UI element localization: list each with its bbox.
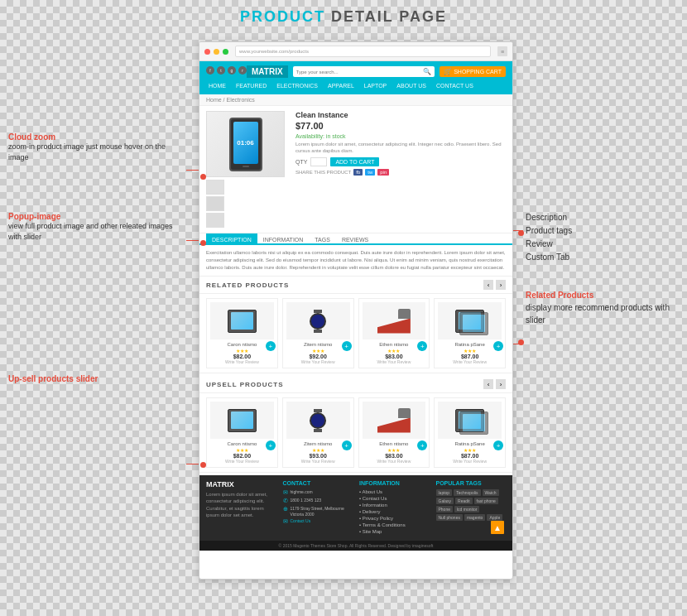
tab-description[interactable]: DESCRIPTION <box>206 233 257 245</box>
tablet-1-icon <box>228 310 257 333</box>
phone-illustration: 01:06 <box>229 118 262 171</box>
footer-about: MATRIX Lorem ipsum dolor sit amet, conse… <box>206 480 276 536</box>
related-3-review: Write Your Review <box>363 359 426 364</box>
nav-home[interactable]: HOME <box>206 81 228 90</box>
phone-screen: 01:06 <box>233 122 258 164</box>
nav-contact[interactable]: CONTACT US <box>434 81 476 90</box>
product-name: Clean Instance <box>295 111 506 119</box>
cart-button[interactable]: 🛒 SHOPPING CART <box>440 66 506 77</box>
cloud-zoom-text: zoom-in product image just mouse hover o… <box>8 142 186 162</box>
nav-apparel[interactable]: APPAREL <box>325 81 357 90</box>
add-upsell-4-btn[interactable]: + <box>493 440 503 450</box>
twitter-share-btn[interactable]: tw <box>365 169 375 176</box>
tag-apple[interactable]: Apple <box>487 514 502 521</box>
info-link-about[interactable]: • About Us <box>359 489 430 494</box>
product-2-image <box>286 302 350 339</box>
info-link-sitemap[interactable]: • Site Map <box>359 529 430 534</box>
thumb-2[interactable] <box>206 196 224 211</box>
upsell-watch-body <box>310 412 326 429</box>
search-icon[interactable]: 🔍 <box>423 68 431 75</box>
related-products-text: display more recommend products with sli… <box>526 301 683 326</box>
tag-lcd[interactable]: lcd monitor <box>454 506 479 513</box>
social-icons: f t g r <box>206 66 247 75</box>
description-annotation: Description Product tags Review Custom T… <box>526 211 683 264</box>
upsell-3-stars: ★★★ <box>363 447 426 453</box>
email-icon: ✉ <box>283 489 288 496</box>
time-display: 01:06 <box>237 139 253 147</box>
rss-icon[interactable]: r <box>238 66 247 75</box>
info-link-delivery[interactable]: • Delivery <box>359 509 430 514</box>
upsell-2-name: Zitem ntismo <box>286 441 350 446</box>
info-link-information[interactable]: • Information <box>359 503 430 508</box>
upsell-prev-btn[interactable]: ‹ <box>483 379 493 389</box>
search-input[interactable] <box>296 70 424 75</box>
tag-magento[interactable]: magento <box>464 514 485 521</box>
info-link-contact[interactable]: • Contact Us <box>359 496 430 501</box>
add-upsell-2-btn[interactable]: + <box>342 440 352 450</box>
tag-phone[interactable]: Phone <box>436 506 453 513</box>
breadcrumb: Home / Electronics <box>199 94 512 106</box>
add-related-4-btn[interactable]: + <box>493 341 503 351</box>
nav-featured[interactable]: FEATURED <box>233 81 269 90</box>
add-related-2-btn[interactable]: + <box>342 341 352 351</box>
contact-us-link[interactable]: Contact Us <box>291 518 311 524</box>
tag-readit[interactable]: Readit <box>455 498 472 504</box>
browser-url-bar[interactable]: www.yourwebsite.com/products <box>235 46 491 57</box>
thumb-3[interactable] <box>206 213 224 228</box>
pinterest-share-btn[interactable]: pin <box>377 169 389 176</box>
tag-fast-phone[interactable]: fast phone <box>474 498 498 504</box>
scroll-top-button[interactable]: ▲ <box>491 521 504 534</box>
tag-null-phones[interactable]: Null phones <box>436 514 463 521</box>
thumb-1[interactable] <box>206 180 224 195</box>
add-upsell-1-btn[interactable]: + <box>266 440 276 450</box>
product-description-content: Exercitation ullamco laboris nisi ut ali… <box>199 245 512 277</box>
info-link-terms[interactable]: • Terms & Conditions <box>359 522 430 527</box>
footer-bottom: © 2015 Magento Themes Store Shop. All Ri… <box>199 541 512 551</box>
related-prev-btn[interactable]: ‹ <box>483 280 493 290</box>
upsell-next-btn[interactable]: › <box>496 379 506 389</box>
add-upsell-3-btn[interactable]: + <box>417 440 427 450</box>
main-product-image[interactable]: 01:06 <box>206 111 285 177</box>
facebook-icon[interactable]: f <box>206 66 214 75</box>
contact-link[interactable]: ✉ Contact Us <box>283 518 353 525</box>
browser-settings-icon[interactable]: ≡ <box>497 46 507 56</box>
related-products-nav: ‹ › <box>483 280 506 290</box>
product-availability: Availability: in stock <box>295 133 506 139</box>
product-short-desc: Lorem ipsum dolor sit amet, consectetur … <box>295 142 506 155</box>
phone-icon: ✆ <box>283 498 288 504</box>
contact-link-icon: ✉ <box>283 518 288 525</box>
quantity-input[interactable] <box>310 157 327 166</box>
add-related-3-btn[interactable]: + <box>417 341 427 351</box>
add-related-1-btn[interactable]: + <box>266 341 276 351</box>
tag-technopolis[interactable]: Technopolis <box>454 489 480 496</box>
twitter-icon[interactable]: t <box>217 66 225 75</box>
nav-laptop[interactable]: LAPTOP <box>362 81 390 90</box>
tag-laptop[interactable]: laptop <box>436 489 453 496</box>
upsell-4-price: $87.00 <box>438 453 502 459</box>
related-3-name: Ethen ntismo <box>363 342 426 347</box>
tab-information[interactable]: INFORMATION <box>257 233 309 245</box>
tag-watch[interactable]: Watch <box>483 489 499 496</box>
upsell-4-review: Write Your Review <box>438 459 502 464</box>
footer-information-title: INFORMATION <box>359 480 430 486</box>
product-info: Clean Instance $77.00 Availability: in s… <box>295 111 506 228</box>
cloud-zoom-dot <box>200 174 206 180</box>
add-to-cart-button[interactable]: ADD TO CART <box>330 157 379 166</box>
info-link-privacy[interactable]: • Privacy Policy <box>359 516 430 521</box>
nav-electronics[interactable]: ELECTRONICS <box>274 81 320 90</box>
upsell-product-1: + Caron ntismo ★★★ $82.00 Write Your Rev… <box>206 397 278 468</box>
related-next-btn[interactable]: › <box>496 280 506 290</box>
description-dot <box>518 230 524 236</box>
related-product-1: + Caron ntismo ★★★ $82.00 Write Your Rev… <box>206 298 278 368</box>
tag-galaxy[interactable]: Galaxy <box>436 498 454 504</box>
tab-tags[interactable]: TAGS <box>309 233 336 245</box>
upsell-section-title: UPSELL PRODUCTS <box>206 381 284 388</box>
upsell-title: Up-sell products slider <box>8 374 186 383</box>
related-products-title-label: Related Products <box>526 289 683 301</box>
title-rest: DETAIL PAGE <box>325 8 447 25</box>
gplus-icon[interactable]: g <box>228 66 236 75</box>
upsell-4-image <box>438 402 502 439</box>
nav-about[interactable]: ABOUT US <box>394 81 429 90</box>
facebook-share-btn[interactable]: fb <box>353 169 363 176</box>
tab-reviews[interactable]: REVIEWS <box>336 233 374 245</box>
